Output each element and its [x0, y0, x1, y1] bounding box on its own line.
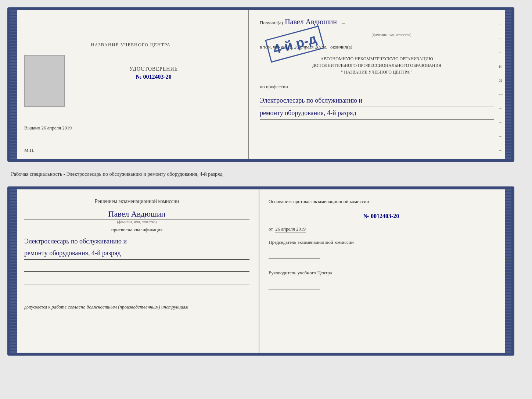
head-signature-line — [269, 281, 320, 289]
mp-label: М.П. — [24, 147, 34, 153]
issued-date: 26 апреля 2019 — [42, 125, 72, 131]
chairman-label: Председатель экзаменационной комиссии — [269, 239, 494, 245]
top-document: НАЗВАНИЕ УЧЕБНОГО ЦЕНТРА УДОСТОВЕРЕНИЕ №… — [7, 7, 514, 162]
bottom-left-panel: Решением экзаменационной комиссии Павел … — [17, 189, 259, 353]
page-wrapper: НАЗВАНИЕ УЧЕБНОГО ЦЕНТРА УДОСТОВЕРЕНИЕ №… — [7, 7, 525, 356]
separator-text: Рабочая специальность - Электрослесарь п… — [7, 168, 525, 180]
top-left-panel: НАЗВАНИЕ УЧЕБНОГО ЦЕНТРА УДОСТОВЕРЕНИЕ №… — [17, 10, 249, 159]
issued-line: Выдано 26 апреля 2019 — [24, 125, 72, 131]
cert-label: УДОСТОВЕРЕНИЕ — [129, 66, 178, 72]
bottom-right-panel: Основание: протокол экзаменационной коми… — [259, 189, 505, 353]
org-line1: АВТОНОМНУЮ НЕКОММЕРЧЕСКУЮ ОРГАНИЗАЦИЮ — [260, 56, 494, 62]
top-right-panel: Получил(а) Павел Авдюшин – (фамилия, имя… — [249, 10, 505, 159]
top-spine-right — [505, 10, 511, 159]
top-spine-left — [10, 10, 17, 159]
okonchil: окончил(а) — [330, 44, 352, 50]
underline-2 — [24, 277, 249, 285]
cert-number: № 0012403-20 — [136, 74, 171, 80]
from-date-row: от 26 апреля 2019 — [269, 226, 494, 232]
right-edge-marks: – – – и ;а ‹– – – – – — [499, 21, 503, 153]
chairman-signature-line — [269, 251, 320, 259]
person-name-row: Павел Авдюшин (фамилия, имя, отчество) — [24, 209, 249, 224]
from-date-val: 26 апреля 2019 — [275, 226, 306, 232]
org-block: АВТОНОМНУЮ НЕКОММЕРЧЕСКУЮ ОРГАНИЗАЦИЮ ДО… — [260, 56, 494, 75]
underline-1 — [24, 264, 249, 272]
qual-line1: Электрослесарь по обслуживанию и — [24, 236, 249, 248]
qual-line2: ремонту оборудования, 4-й разряд — [24, 247, 249, 260]
top-left-title: НАЗВАНИЕ УЧЕБНОГО ЦЕНТРА — [91, 42, 170, 48]
underline-3 — [24, 290, 249, 298]
protocol-number: № 0012403-20 — [269, 213, 494, 220]
bottom-document: Решением экзаменационной комиссии Павел … — [7, 186, 514, 356]
recipient-line: Получил(а) Павел Авдюшин – — [260, 18, 494, 27]
head-label: Руководитель учебного Центра — [269, 270, 494, 276]
admits-line: допускается к работе согласно должностны… — [24, 304, 249, 310]
org-line3: " НАЗВАНИЕ УЧЕБНОГО ЦЕНТРА " — [260, 69, 494, 75]
decision-title: Решением экзаменационной комиссии — [24, 199, 249, 204]
profession-line1: Электрослесарь по обслуживанию и — [260, 95, 494, 107]
bottom-spine-left — [10, 189, 17, 353]
assigned-label: присвоена квалификация — [24, 227, 249, 233]
recipient-name: Павел Авдюшин — [285, 18, 337, 27]
protocol-row: № 0012403-20 — [269, 210, 494, 222]
org-line2: ДОПОЛНИТЕЛЬНОГО ПРОФЕССИОНАЛЬНОГО ОБРАЗО… — [260, 62, 494, 69]
photo-placeholder — [24, 55, 65, 107]
issued-prefix: Выдано — [24, 125, 40, 131]
person-name: Павел Авдюшин — [24, 209, 249, 220]
admits-text: работе согласно должностным (производств… — [51, 304, 188, 310]
profession-line2: ремонту оборудования, 4-й разряд — [260, 108, 494, 120]
recipient-prefix: Получил(а) — [260, 20, 283, 26]
admits-prefix: допускается к — [24, 304, 50, 310]
stamp-text: 4-й р-д — [272, 31, 319, 57]
profession-label: по профессии — [260, 84, 494, 90]
from-prefix: от — [269, 226, 273, 232]
basis-label: Основание: протокол экзаменационной коми… — [269, 199, 494, 204]
bottom-right-edge-marks: – – – и ;а ‹– – – – – — [506, 200, 510, 332]
fio-label-bottom: (фамилия, имя, отчество) — [24, 220, 249, 224]
